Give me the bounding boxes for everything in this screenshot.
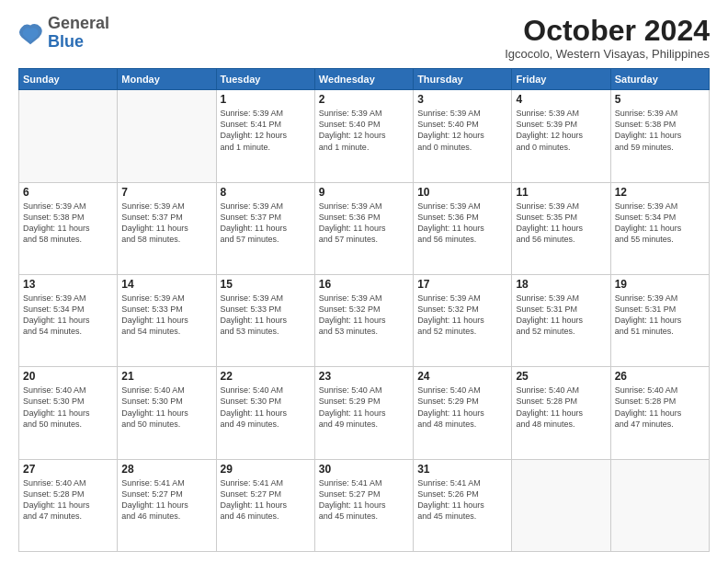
calendar-cell: [610, 459, 709, 551]
calendar-cell: 24Sunrise: 5:40 AM Sunset: 5:29 PM Dayli…: [414, 367, 512, 459]
cell-info: Sunrise: 5:40 AM Sunset: 5:30 PM Dayligh…: [23, 385, 113, 430]
cell-info: Sunrise: 5:39 AM Sunset: 5:40 PM Dayligh…: [319, 108, 409, 153]
cell-info: Sunrise: 5:39 AM Sunset: 5:37 PM Dayligh…: [221, 201, 311, 246]
day-number: 6: [23, 186, 113, 199]
day-number: 16: [319, 278, 409, 291]
calendar-cell: 5Sunrise: 5:39 AM Sunset: 5:38 PM Daylig…: [610, 90, 709, 182]
cell-info: Sunrise: 5:39 AM Sunset: 5:34 PM Dayligh…: [23, 293, 113, 338]
cell-info: Sunrise: 5:40 AM Sunset: 5:28 PM Dayligh…: [615, 385, 705, 430]
week-row-0: 1Sunrise: 5:39 AM Sunset: 5:41 PM Daylig…: [19, 90, 710, 182]
calendar-cell: [19, 90, 118, 182]
calendar-cell: 16Sunrise: 5:39 AM Sunset: 5:32 PM Dayli…: [314, 274, 413, 366]
day-number: 23: [319, 370, 409, 383]
cell-info: Sunrise: 5:39 AM Sunset: 5:31 PM Dayligh…: [615, 293, 705, 338]
calendar-cell: 11Sunrise: 5:39 AM Sunset: 5:35 PM Dayli…: [512, 182, 610, 274]
calendar-cell: 1Sunrise: 5:39 AM Sunset: 5:41 PM Daylig…: [216, 90, 314, 182]
logo-icon: [18, 20, 44, 46]
cell-info: Sunrise: 5:39 AM Sunset: 5:31 PM Dayligh…: [516, 293, 606, 338]
calendar-cell: 30Sunrise: 5:41 AM Sunset: 5:27 PM Dayli…: [314, 459, 413, 551]
cell-info: Sunrise: 5:39 AM Sunset: 5:32 PM Dayligh…: [417, 293, 507, 338]
week-row-2: 13Sunrise: 5:39 AM Sunset: 5:34 PM Dayli…: [19, 274, 710, 366]
header: General Blue October 2024 Igcocolo, West…: [18, 15, 710, 61]
day-number: 25: [516, 370, 606, 383]
calendar-cell: [512, 459, 610, 551]
weekday-header-monday: Monday: [118, 69, 216, 90]
day-number: 27: [23, 463, 113, 476]
cell-info: Sunrise: 5:39 AM Sunset: 5:39 PM Dayligh…: [516, 108, 606, 153]
day-number: 3: [417, 93, 507, 106]
calendar-cell: 9Sunrise: 5:39 AM Sunset: 5:36 PM Daylig…: [314, 182, 413, 274]
page: General Blue October 2024 Igcocolo, West…: [0, 0, 728, 563]
weekday-header-friday: Friday: [512, 69, 610, 90]
day-number: 4: [516, 93, 606, 106]
cell-info: Sunrise: 5:40 AM Sunset: 5:29 PM Dayligh…: [319, 385, 409, 430]
calendar-table: SundayMondayTuesdayWednesdayThursdayFrid…: [18, 68, 710, 552]
cell-info: Sunrise: 5:39 AM Sunset: 5:33 PM Dayligh…: [121, 293, 211, 338]
month-title: October 2024: [505, 15, 710, 47]
cell-info: Sunrise: 5:39 AM Sunset: 5:35 PM Dayligh…: [516, 201, 606, 246]
calendar-cell: 20Sunrise: 5:40 AM Sunset: 5:30 PM Dayli…: [19, 367, 118, 459]
cell-info: Sunrise: 5:39 AM Sunset: 5:41 PM Dayligh…: [221, 108, 311, 153]
cell-info: Sunrise: 5:39 AM Sunset: 5:37 PM Dayligh…: [121, 201, 211, 246]
day-number: 22: [221, 370, 311, 383]
day-number: 15: [221, 278, 311, 291]
day-number: 1: [221, 93, 311, 106]
cell-info: Sunrise: 5:41 AM Sunset: 5:27 PM Dayligh…: [121, 477, 211, 523]
logo-blue: Blue: [48, 32, 84, 51]
day-number: 12: [615, 186, 705, 199]
day-number: 17: [417, 278, 507, 291]
calendar-cell: 26Sunrise: 5:40 AM Sunset: 5:28 PM Dayli…: [610, 367, 709, 459]
cell-info: Sunrise: 5:40 AM Sunset: 5:29 PM Dayligh…: [417, 385, 507, 430]
calendar-cell: 7Sunrise: 5:39 AM Sunset: 5:37 PM Daylig…: [118, 182, 216, 274]
day-number: 8: [221, 186, 311, 199]
day-number: 24: [417, 370, 507, 383]
calendar-cell: 4Sunrise: 5:39 AM Sunset: 5:39 PM Daylig…: [512, 90, 610, 182]
day-number: 21: [121, 370, 211, 383]
day-number: 13: [23, 278, 113, 291]
cell-info: Sunrise: 5:39 AM Sunset: 5:34 PM Dayligh…: [615, 201, 705, 246]
week-row-1: 6Sunrise: 5:39 AM Sunset: 5:38 PM Daylig…: [19, 182, 710, 274]
weekday-header-tuesday: Tuesday: [216, 69, 314, 90]
calendar-cell: 18Sunrise: 5:39 AM Sunset: 5:31 PM Dayli…: [512, 274, 610, 366]
calendar-cell: 25Sunrise: 5:40 AM Sunset: 5:28 PM Dayli…: [512, 367, 610, 459]
day-number: 2: [319, 93, 409, 106]
day-number: 7: [121, 186, 211, 199]
cell-info: Sunrise: 5:39 AM Sunset: 5:32 PM Dayligh…: [319, 293, 409, 338]
day-number: 14: [121, 278, 211, 291]
weekday-header-thursday: Thursday: [414, 69, 512, 90]
calendar-cell: 14Sunrise: 5:39 AM Sunset: 5:33 PM Dayli…: [118, 274, 216, 366]
day-number: 31: [417, 463, 507, 476]
calendar-cell: 13Sunrise: 5:39 AM Sunset: 5:34 PM Dayli…: [19, 274, 118, 366]
day-number: 9: [319, 186, 409, 199]
cell-info: Sunrise: 5:39 AM Sunset: 5:36 PM Dayligh…: [417, 201, 507, 246]
calendar-cell: 22Sunrise: 5:40 AM Sunset: 5:30 PM Dayli…: [216, 367, 314, 459]
calendar-cell: 19Sunrise: 5:39 AM Sunset: 5:31 PM Dayli…: [610, 274, 709, 366]
logo-text: General Blue: [48, 15, 109, 52]
weekday-header-sunday: Sunday: [19, 69, 118, 90]
calendar-cell: 10Sunrise: 5:39 AM Sunset: 5:36 PM Dayli…: [414, 182, 512, 274]
calendar-cell: 8Sunrise: 5:39 AM Sunset: 5:37 PM Daylig…: [216, 182, 314, 274]
day-number: 28: [121, 463, 211, 476]
calendar-cell: 15Sunrise: 5:39 AM Sunset: 5:33 PM Dayli…: [216, 274, 314, 366]
weekday-header-wednesday: Wednesday: [314, 69, 413, 90]
calendar-cell: 21Sunrise: 5:40 AM Sunset: 5:30 PM Dayli…: [118, 367, 216, 459]
cell-info: Sunrise: 5:41 AM Sunset: 5:26 PM Dayligh…: [417, 477, 507, 523]
cell-info: Sunrise: 5:39 AM Sunset: 5:36 PM Dayligh…: [319, 201, 409, 246]
calendar-cell: 6Sunrise: 5:39 AM Sunset: 5:38 PM Daylig…: [19, 182, 118, 274]
cell-info: Sunrise: 5:40 AM Sunset: 5:28 PM Dayligh…: [516, 385, 606, 430]
cell-info: Sunrise: 5:41 AM Sunset: 5:27 PM Dayligh…: [221, 477, 311, 523]
calendar-cell: 23Sunrise: 5:40 AM Sunset: 5:29 PM Dayli…: [314, 367, 413, 459]
day-number: 11: [516, 186, 606, 199]
cell-info: Sunrise: 5:39 AM Sunset: 5:40 PM Dayligh…: [417, 108, 507, 153]
calendar-cell: 27Sunrise: 5:40 AM Sunset: 5:28 PM Dayli…: [19, 459, 118, 551]
day-number: 5: [615, 93, 705, 106]
calendar-cell: 17Sunrise: 5:39 AM Sunset: 5:32 PM Dayli…: [414, 274, 512, 366]
calendar-cell: 28Sunrise: 5:41 AM Sunset: 5:27 PM Dayli…: [118, 459, 216, 551]
location: Igcocolo, Western Visayas, Philippines: [505, 47, 710, 61]
title-area: October 2024 Igcocolo, Western Visayas, …: [505, 15, 710, 61]
day-number: 30: [319, 463, 409, 476]
cell-info: Sunrise: 5:40 AM Sunset: 5:28 PM Dayligh…: [23, 477, 113, 523]
cell-info: Sunrise: 5:39 AM Sunset: 5:38 PM Dayligh…: [615, 108, 705, 153]
weekday-header-saturday: Saturday: [610, 69, 709, 90]
calendar-cell: 12Sunrise: 5:39 AM Sunset: 5:34 PM Dayli…: [610, 182, 709, 274]
